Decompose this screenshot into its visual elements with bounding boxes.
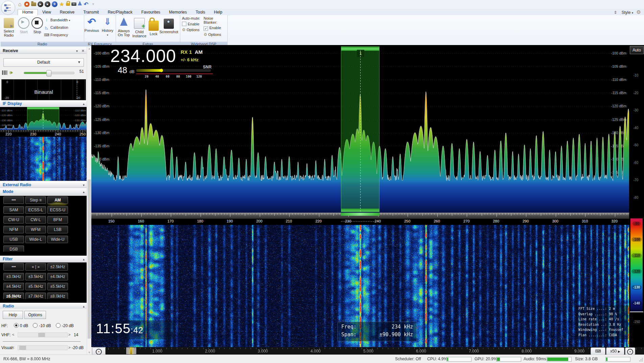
qat-life-ring-icon[interactable] bbox=[24, 1, 30, 7]
sidebar-scrollbar-thumb[interactable] bbox=[88, 179, 91, 339]
style-dropdown-arrow-icon[interactable]: ▾ bbox=[632, 11, 634, 15]
auto-mute-options-button[interactable]: ⚙Options bbox=[182, 27, 203, 32]
filter-button-±5.5kHz[interactable]: ±5.5kHz bbox=[47, 283, 68, 290]
qat-add-icon[interactable]: + bbox=[52, 1, 58, 7]
noise-blanker-options-button[interactable]: ⚙Options bbox=[204, 32, 227, 37]
filter-button-[interactable]: ••• bbox=[3, 263, 24, 271]
waterfall-colorbar[interactable]: Auto -10-20-30-40-50-60-70-80 -90-100-11… bbox=[629, 45, 644, 347]
tab-transmit[interactable]: Transmit bbox=[79, 9, 103, 16]
qat-play-icon[interactable]: ▶ bbox=[38, 1, 43, 7]
stop-button[interactable]: Stop bbox=[30, 17, 45, 34]
band-scrollbar-track[interactable]: 1.0002.0003.0004.0005.0006.0007.0008.000… bbox=[106, 347, 644, 355]
preset-dropdown[interactable]: Default▼ bbox=[3, 58, 84, 67]
mode-button-NFM[interactable]: NFM bbox=[3, 226, 24, 233]
tab-favourites[interactable]: Favourites bbox=[137, 9, 165, 16]
decrease-icon[interactable]: < bbox=[12, 345, 14, 349]
tab-home[interactable]: Home bbox=[18, 9, 38, 16]
previous-button[interactable]: ↶ Previous bbox=[84, 17, 99, 33]
visual-gain-thumb[interactable] bbox=[19, 346, 26, 350]
filter-header[interactable]: Filter ▴ bbox=[0, 256, 87, 262]
auto-mute-checkbox[interactable] bbox=[182, 22, 186, 26]
main-waterfall[interactable]: 11:55:42 Freq:234 kHz Span:±90.900 kHz F… bbox=[91, 225, 629, 347]
mode-button-CWU[interactable]: CW-U bbox=[3, 216, 24, 223]
if-spectrum-display[interactable]: -110 dBm-110 dBm-120 dBm-120 dBm-130 dBm… bbox=[0, 107, 87, 130]
if-display-header[interactable]: IF Display ▴ bbox=[0, 100, 87, 107]
vhf-gain-slider[interactable] bbox=[18, 333, 68, 337]
mode-button-CWL[interactable]: CW-L bbox=[25, 216, 46, 223]
resize-grip[interactable] bbox=[639, 358, 643, 362]
bandwidth-button[interactable]: ⦚ Bandwidth ▾ bbox=[44, 17, 82, 23]
mode-button-ECSSU[interactable]: ECSS-U bbox=[47, 206, 68, 214]
calibration-button[interactable]: ◺ Calibration bbox=[44, 25, 82, 30]
radio-settings-header[interactable]: Radio ▴ bbox=[0, 303, 87, 309]
screenshot-button[interactable]: Screenshot bbox=[158, 17, 179, 34]
scroll-down-icon[interactable]: ∨ bbox=[87, 351, 92, 354]
collapse-panel-icon[interactable]: ▴ bbox=[83, 257, 85, 261]
receive-panel-header[interactable]: Receive ▾ ✕ bbox=[0, 47, 87, 54]
tab-help[interactable]: Help bbox=[210, 9, 227, 16]
select-radio-button[interactable]: Select Radio bbox=[1, 17, 16, 37]
filter-button-±3.5kHz[interactable]: ±3.5kHz bbox=[25, 273, 46, 280]
radio-button-icon[interactable] bbox=[56, 323, 61, 328]
mode-button-AM[interactable]: AM bbox=[47, 196, 68, 204]
colorbar-divider[interactable] bbox=[630, 312, 643, 312]
tab-rec-playback[interactable]: Rec/Playback bbox=[103, 9, 137, 16]
speaker-icon[interactable]: 🕪 bbox=[9, 69, 13, 76]
mode-button-WFM[interactable]: WFM bbox=[25, 226, 46, 233]
mode-button-ECSSL[interactable]: ECSS-L bbox=[25, 206, 46, 214]
sidebar-scrollbar[interactable]: ∧ ∨ bbox=[87, 47, 92, 355]
visual-gain-slider[interactable] bbox=[18, 345, 68, 350]
filter-button-±4.0kHz[interactable]: ±4.0kHz bbox=[47, 273, 68, 280]
collapse-panel-icon[interactable]: ▴ bbox=[83, 190, 85, 194]
mode-button-WideU[interactable]: Wide-U bbox=[47, 236, 68, 243]
expand-panel-icon[interactable]: ▾ bbox=[83, 183, 85, 187]
hf-option--20dB[interactable]: -20 dB bbox=[56, 323, 74, 328]
increase-icon[interactable]: > bbox=[68, 333, 70, 337]
settings-gear-icon[interactable]: ⚙ bbox=[637, 9, 641, 15]
filter-button-[interactable]: « | » bbox=[25, 263, 46, 271]
mode-button-SAM[interactable]: SAM bbox=[3, 206, 24, 214]
close-panel-icon[interactable]: ✕ bbox=[82, 49, 85, 53]
mode-button-BFM[interactable]: BFM bbox=[47, 216, 68, 223]
volume-slider[interactable] bbox=[24, 72, 74, 74]
qat-undo-icon[interactable]: ↶ bbox=[83, 1, 89, 7]
collapse-panel-icon[interactable]: ▴ bbox=[83, 102, 85, 106]
filter-button-±3.0kHz[interactable]: ±3.0kHz bbox=[3, 273, 24, 280]
keyboard-entry-button[interactable]: ⌨ bbox=[591, 347, 605, 355]
filter-button-±5.0kHz[interactable]: ±5.0kHz bbox=[25, 283, 46, 290]
panel-menu-icon[interactable]: ▾ bbox=[76, 49, 78, 53]
decrease-icon[interactable]: < bbox=[12, 333, 14, 337]
filter-button-±4.5kHz[interactable]: ±4.5kHz bbox=[3, 283, 24, 290]
collapse-panel-icon[interactable]: ▴ bbox=[83, 304, 85, 308]
external-radio-header[interactable]: External Radio ▾ bbox=[0, 182, 87, 188]
tab-receive[interactable]: Receive bbox=[55, 9, 79, 16]
vhf-gain-thumb[interactable] bbox=[38, 333, 45, 337]
noise-blanker-enable[interactable]: ✓Enable bbox=[204, 26, 227, 31]
lock-button[interactable]: Lock bbox=[147, 17, 160, 36]
frequency-button[interactable]: ⌨ Frequency bbox=[44, 32, 82, 38]
mode-header[interactable]: Mode ▴ bbox=[0, 188, 87, 195]
options-button[interactable]: Options bbox=[24, 311, 46, 319]
scroll-right-button[interactable]: » bbox=[625, 347, 635, 355]
qat-camera-icon[interactable] bbox=[71, 2, 76, 6]
minimize-ribbon-icon[interactable]: ⇕ bbox=[614, 10, 617, 15]
mode-button-LSB[interactable]: LSB bbox=[47, 226, 68, 233]
if-waterfall[interactable] bbox=[0, 137, 87, 181]
increase-icon[interactable]: > bbox=[68, 345, 70, 349]
equalizer-icon[interactable] bbox=[2, 70, 7, 75]
hf-option--10dB[interactable]: -10 dB bbox=[33, 323, 51, 328]
mode-button-[interactable]: ••• bbox=[3, 196, 24, 204]
qat-home-icon[interactable]: ⌂ bbox=[17, 1, 23, 7]
mode-button-WideL[interactable]: Wide-L bbox=[25, 236, 46, 243]
filter-button-±2.5kHz[interactable]: ±2.5kHz bbox=[47, 263, 68, 271]
main-spectrum-display[interactable]: -100 dBm-100 dBm-105 dBm-105 dBm-110 dBm… bbox=[91, 45, 629, 213]
help-button[interactable]: Help bbox=[3, 311, 23, 319]
zoom-level-button[interactable]: x50 ▶ bbox=[606, 347, 624, 355]
qat-antenna-icon[interactable] bbox=[78, 1, 82, 5]
application-button[interactable] bbox=[1, 1, 15, 15]
tab-view[interactable]: View bbox=[38, 9, 55, 16]
auto-mute-enable[interactable]: Enable bbox=[182, 22, 203, 26]
qat-folder-icon[interactable] bbox=[31, 2, 36, 6]
always-on-top-button[interactable]: AlwaysOn Top bbox=[116, 17, 131, 37]
auto-range-button[interactable]: Auto bbox=[630, 46, 644, 54]
